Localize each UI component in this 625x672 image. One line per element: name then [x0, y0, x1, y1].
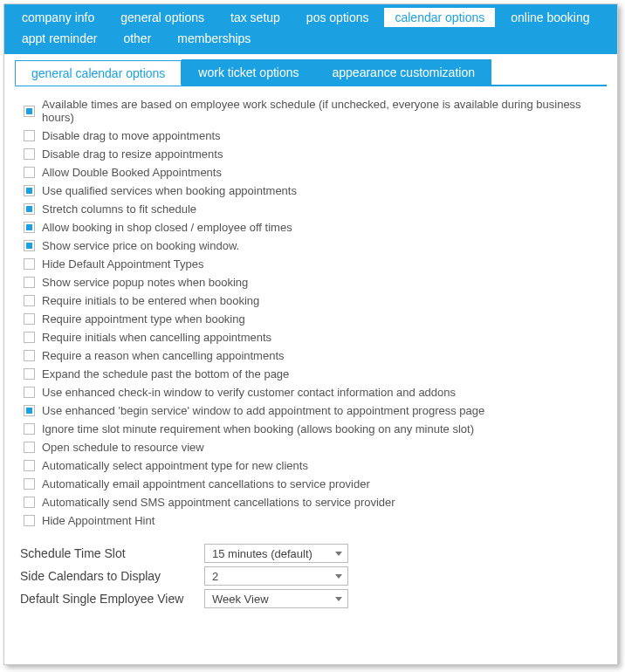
checkbox[interactable] [24, 222, 35, 233]
checkbox[interactable] [24, 368, 35, 380]
checkbox-label: Require initials when cancelling appoint… [42, 331, 271, 344]
checkbox-label: Use qualified services when booking appo… [42, 184, 297, 197]
checkbox-row: Require initials when cancelling appoint… [20, 328, 601, 346]
checkbox[interactable] [24, 106, 35, 117]
checkbox-label: Stretch columns to fit schedule [42, 202, 196, 216]
checkbox[interactable] [24, 313, 35, 325]
schedule-time-slot-select[interactable]: 15 minutes (default) [204, 544, 348, 563]
checkbox[interactable] [24, 332, 35, 343]
side-calendars-label: Side Calendars to Display [20, 569, 199, 583]
checkbox[interactable] [24, 148, 35, 160]
default-view-select[interactable]: Week View [204, 589, 348, 608]
checkbox-label: Show service price on booking window. [42, 239, 239, 252]
checkbox-label: Hide Default Appointment Types [42, 257, 204, 271]
form-section: Schedule Time Slot 15 minutes (default) … [20, 542, 601, 610]
checkbox-row: Stretch columns to fit schedule [20, 200, 601, 218]
top-nav: company infogeneral optionstax setuppos … [4, 4, 617, 53]
checkbox-row: Disable drag to move appointments [20, 127, 601, 145]
checkbox-label: Disable drag to move appointments [42, 129, 221, 142]
checkbox-label: Require appointment type when booking [42, 312, 245, 326]
tab-content: Available times are based on employee wo… [4, 86, 617, 664]
subtab-general-calendar-options[interactable]: general calendar options [15, 60, 182, 86]
checkbox-row: Automatically select appointment type fo… [20, 456, 601, 475]
checkbox[interactable] [24, 277, 35, 288]
checkbox-label: Available times are based on employee wo… [42, 98, 601, 124]
checkbox-row: Automatically send SMS appointment cance… [20, 493, 601, 511]
checkbox-row: Available times are based on employee wo… [20, 95, 601, 127]
checkbox[interactable] [24, 350, 35, 361]
checkbox-label: Expand the schedule past the bottom of t… [42, 367, 289, 381]
checkbox-label: Allow Double Booked Appointments [42, 166, 222, 179]
topnav-memberships[interactable]: memberships [167, 29, 261, 48]
checkbox-row: Require appointment type when booking [20, 310, 601, 328]
checkbox[interactable] [24, 442, 35, 453]
subtab-work-ticket-options[interactable]: work ticket options [182, 59, 315, 85]
checkbox[interactable] [24, 167, 35, 178]
topnav-company-info[interactable]: company info [11, 8, 105, 27]
default-view-row: Default Single Employee View Week View [20, 587, 601, 610]
checkbox[interactable] [24, 387, 35, 398]
checkbox-label: Require initials to be entered when book… [42, 294, 259, 307]
checkbox[interactable] [24, 405, 35, 416]
checkbox-label: Automatically send SMS appointment cance… [42, 496, 395, 509]
settings-window: company infogeneral optionstax setuppos … [3, 3, 618, 665]
topnav-other[interactable]: other [113, 29, 161, 48]
default-view-label: Default Single Employee View [20, 592, 199, 606]
checkbox-row: Use enhanced check-in window to verify c… [20, 383, 601, 401]
topnav-general-options[interactable]: general options [110, 8, 215, 27]
topnav-appt-reminder[interactable]: appt reminder [11, 29, 107, 48]
subtabs-container: general calendar optionswork ticket opti… [4, 53, 617, 86]
checkbox[interactable] [24, 478, 35, 490]
topnav-tax-setup[interactable]: tax setup [220, 8, 291, 27]
checkbox[interactable] [24, 497, 35, 508]
topnav-pos-options[interactable]: pos options [296, 8, 380, 27]
topnav-calendar-options[interactable]: calendar options [384, 8, 495, 27]
checkbox-row: Use enhanced 'begin service' window to a… [20, 401, 601, 420]
side-calendars-row: Side Calendars to Display 2 [20, 565, 601, 587]
checkbox-row: Allow Double Booked Appointments [20, 163, 601, 182]
checkbox-label: Ignore time slot minute requirement when… [42, 422, 474, 435]
checkbox-row: Hide Default Appointment Types [20, 255, 601, 273]
side-calendars-value: 2 [212, 570, 218, 583]
checkbox-row: Require initials to be entered when book… [20, 291, 601, 310]
checkbox-label: Automatically email appointment cancella… [42, 477, 370, 490]
side-calendars-select[interactable]: 2 [204, 566, 348, 586]
schedule-time-slot-label: Schedule Time Slot [20, 546, 199, 560]
checkbox[interactable] [24, 423, 35, 435]
chevron-down-icon [335, 574, 342, 579]
checkbox-label: Use enhanced 'begin service' window to a… [42, 404, 484, 417]
checkbox[interactable] [24, 460, 35, 471]
checkbox-row: Require a reason when cancelling appoint… [20, 346, 601, 365]
checkbox[interactable] [24, 515, 35, 526]
checkbox-row: Ignore time slot minute requirement when… [20, 420, 601, 438]
checkbox-row: Expand the schedule past the bottom of t… [20, 365, 601, 383]
checkbox[interactable] [24, 258, 35, 270]
chevron-down-icon [335, 552, 342, 556]
checkbox[interactable] [24, 203, 35, 215]
checkbox-label: Require a reason when cancelling appoint… [42, 349, 285, 362]
checkbox[interactable] [24, 130, 35, 141]
subtab-appearance-customization[interactable]: appearance customization [316, 59, 491, 85]
checkbox-label: Use enhanced check-in window to verify c… [42, 386, 456, 399]
checkbox[interactable] [24, 185, 35, 196]
checkbox-row: Allow booking in shop closed / employee … [20, 218, 601, 237]
schedule-time-slot-value: 15 minutes (default) [212, 547, 312, 560]
checkbox-label: Hide Appointment Hint [42, 514, 155, 527]
checkbox-row: Show service popup notes when booking [20, 273, 601, 291]
checkbox-label: Allow booking in shop closed / employee … [42, 221, 292, 234]
checkbox-row: Automatically email appointment cancella… [20, 475, 601, 493]
checkbox-row: Show service price on booking window. [20, 237, 601, 255]
checkbox-row: Disable drag to resize appointments [20, 145, 601, 163]
checkbox-label: Automatically select appointment type fo… [42, 459, 308, 472]
checkbox-row: Open schedule to resource view [20, 438, 601, 456]
topnav-online-booking[interactable]: online booking [500, 8, 600, 27]
default-view-value: Week View [212, 593, 269, 606]
chevron-down-icon [335, 597, 342, 601]
checkbox[interactable] [24, 240, 35, 251]
checkbox-row: Use qualified services when booking appo… [20, 182, 601, 200]
schedule-time-slot-row: Schedule Time Slot 15 minutes (default) [20, 542, 601, 565]
checkbox-row: Hide Appointment Hint [20, 511, 601, 530]
checkbox[interactable] [24, 295, 35, 306]
subtabs: general calendar optionswork ticket opti… [15, 59, 607, 86]
checkbox-label: Disable drag to resize appointments [42, 147, 223, 161]
